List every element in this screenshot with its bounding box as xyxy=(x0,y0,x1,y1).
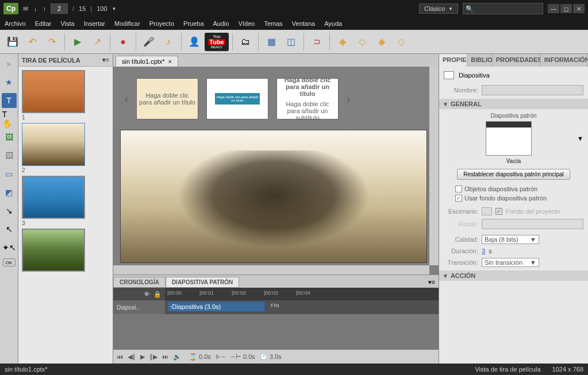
chevron-down-icon: ▼ xyxy=(530,259,536,266)
redo-button[interactable]: ↷ xyxy=(43,33,61,51)
minimize-button[interactable]: — xyxy=(548,4,559,13)
tab-biblioteca[interactable]: BIBLIOTECA xyxy=(467,54,492,67)
template-2[interactable]: Haga doble clic para añadir un título xyxy=(206,78,268,119)
down-icon[interactable]: ↓ xyxy=(34,5,37,13)
menu-vista[interactable]: Vista xyxy=(60,20,74,27)
line-icon[interactable]: ↘ xyxy=(2,203,17,218)
star-icon[interactable]: ★ xyxy=(2,75,17,90)
duracion-value[interactable]: 3 xyxy=(482,248,485,254)
expand-icon[interactable]: » xyxy=(2,56,17,71)
lock-icon[interactable]: 🔒 xyxy=(153,291,162,298)
tab-cronologia[interactable]: CRONOLOGÍA xyxy=(113,277,166,288)
reset-master-button[interactable]: Restablecer diapositiva patrón principal xyxy=(457,169,570,180)
layer2-button[interactable]: ◇ xyxy=(353,33,371,51)
menu-modificar[interactable]: Modificar xyxy=(114,20,140,27)
step-fwd-icon[interactable]: ∥▶ xyxy=(149,353,157,361)
timeline-clip[interactable]: ▫ Diapositiva (3.0s) xyxy=(167,301,265,312)
maximize-button[interactable]: ◻ xyxy=(560,4,572,13)
slide-thumb-4[interactable] xyxy=(22,229,109,272)
menu-archivo[interactable]: Archivo xyxy=(5,20,26,27)
close-button[interactable]: ✕ xyxy=(573,4,585,13)
undo-button[interactable]: ↶ xyxy=(23,33,41,51)
menu-prueba[interactable]: Prueba xyxy=(183,20,203,27)
grid-button[interactable]: ▦ xyxy=(262,33,280,51)
menu-proyecto[interactable]: Proyecto xyxy=(149,20,174,27)
chk-usar-fondo[interactable]: ✓Usar fondo diapositiva patrón xyxy=(444,195,583,202)
timeline-row[interactable]: Diaposi.. ▫ Diapositiva (3.0s) FIN xyxy=(113,300,439,314)
music-button[interactable]: ♪ xyxy=(159,33,178,51)
rect-icon[interactable]: ▭ xyxy=(2,167,17,181)
prev-template-icon[interactable]: ‹ xyxy=(125,93,128,105)
timeline-track[interactable]: ▫ Diapositiva (3.0s) FIN xyxy=(165,300,439,314)
wand-icon[interactable]: ✦↖ xyxy=(2,240,17,255)
step-back-icon[interactable]: ◀∥ xyxy=(128,353,136,361)
section-accion[interactable]: ▼ ACCIÓN xyxy=(439,270,588,281)
menu-temas[interactable]: Temas xyxy=(264,20,282,27)
menu-editar[interactable]: Editar xyxy=(35,20,52,27)
menu-insertar[interactable]: Insertar xyxy=(84,20,105,27)
timeline-ruler[interactable]: |00:00 |00:01 |00:02 |00:03 |00:04 xyxy=(165,288,439,300)
save-button[interactable]: 💾 xyxy=(3,33,22,51)
slide-thumb-2[interactable]: 2 xyxy=(22,123,109,173)
goto-start-icon[interactable]: ⏮ xyxy=(117,353,123,360)
mail-icon[interactable]: ✉ xyxy=(23,5,28,13)
play-button[interactable]: ▶ xyxy=(68,33,87,51)
menu-ventana[interactable]: Ventana xyxy=(292,20,315,27)
slide-thumb-3[interactable]: 3 xyxy=(22,176,109,226)
tab-info-proyecto[interactable]: INFORMACIÓN DEL PROYEC xyxy=(541,54,588,67)
export-button[interactable]: ↗ xyxy=(88,33,106,51)
tab-prop-pruebas[interactable]: PROPIEDADES DE LAS PRUE xyxy=(493,54,541,67)
menu-video[interactable]: Vídeo xyxy=(239,20,255,27)
vertical-scrollbar[interactable] xyxy=(429,67,439,265)
layer3-button[interactable]: ◆ xyxy=(372,33,391,51)
transicion-select[interactable]: Sin transición▼ xyxy=(482,258,539,267)
calidad-select[interactable]: Baja (8 bits)▼ xyxy=(482,235,539,244)
goto-end-icon[interactable]: ⏭ xyxy=(162,353,168,360)
ok-button[interactable]: OK xyxy=(3,258,16,266)
text-hand-icon[interactable]: T✋ xyxy=(2,111,17,126)
cursor-icon[interactable]: ↖ xyxy=(2,222,17,237)
slides-button[interactable]: 🗂 xyxy=(236,33,255,51)
image2-icon[interactable]: 🖼 xyxy=(2,148,17,163)
template-3[interactable]: Haga doble clic para añadir un título Ha… xyxy=(276,78,339,119)
slide-canvas[interactable] xyxy=(120,130,427,263)
menu-audio[interactable]: Audio xyxy=(213,20,229,27)
mic-button[interactable]: 🎤 xyxy=(140,33,158,51)
play-icon[interactable]: ▶ xyxy=(140,353,145,361)
name-input[interactable] xyxy=(482,85,583,95)
close-icon[interactable]: × xyxy=(168,58,172,65)
up-icon[interactable]: ↑ xyxy=(43,5,47,13)
workspace-selector[interactable]: Clásico ▼ xyxy=(419,3,458,14)
tab-diapositiva-patron[interactable]: DIAPOSITIVA PATRÓN xyxy=(166,277,239,288)
panel-menu-icon[interactable]: ▾≡ xyxy=(102,56,109,64)
document-tab[interactable]: sin título1.cptx* × xyxy=(116,56,178,67)
panel-menu-icon[interactable]: ▾≡ xyxy=(425,277,439,288)
speaker-icon[interactable]: 🔊 xyxy=(173,353,181,361)
zoom-dropdown-icon[interactable]: ▼ xyxy=(112,6,117,11)
menu-ayuda[interactable]: Ayuda xyxy=(324,20,342,27)
character-button[interactable]: 👤 xyxy=(185,33,203,51)
search-icon: 🔍 xyxy=(466,5,474,13)
layer4-button[interactable]: ◇ xyxy=(392,33,410,51)
horizontal-scrollbar[interactable] xyxy=(113,265,429,275)
master-slide-thumb[interactable] xyxy=(486,121,532,156)
chk-objetos[interactable]: Objetos diapositiva patrón xyxy=(444,185,583,192)
template-1[interactable]: Haga doble clic para añadir un título xyxy=(136,78,198,119)
chevron-down-icon[interactable]: ▼ xyxy=(577,135,583,142)
youtube-button[interactable]: YouTubeREADY xyxy=(205,33,229,51)
image-icon[interactable]: 🖼 xyxy=(2,130,17,145)
page-current-input[interactable] xyxy=(51,3,68,14)
magnet-button[interactable]: ⊃ xyxy=(308,33,326,51)
tab-propiedades[interactable]: PROPIEDADES xyxy=(439,54,467,67)
section-general[interactable]: ▼ GENERAL xyxy=(439,99,588,109)
layer1-button[interactable]: ◆ xyxy=(333,33,352,51)
eye-icon[interactable]: 👁 xyxy=(144,291,150,297)
escenario-swatch[interactable] xyxy=(482,207,492,215)
shape-icon[interactable]: ◩ xyxy=(2,185,17,200)
record-button[interactable]: ● xyxy=(114,33,132,51)
slide-thumb-1[interactable]: 1 xyxy=(22,70,109,121)
search-input[interactable]: 🔍 xyxy=(463,3,543,14)
next-template-icon[interactable]: › xyxy=(347,93,350,105)
text-box-icon[interactable]: T xyxy=(2,93,17,108)
layout-button[interactable]: ◫ xyxy=(282,33,300,51)
